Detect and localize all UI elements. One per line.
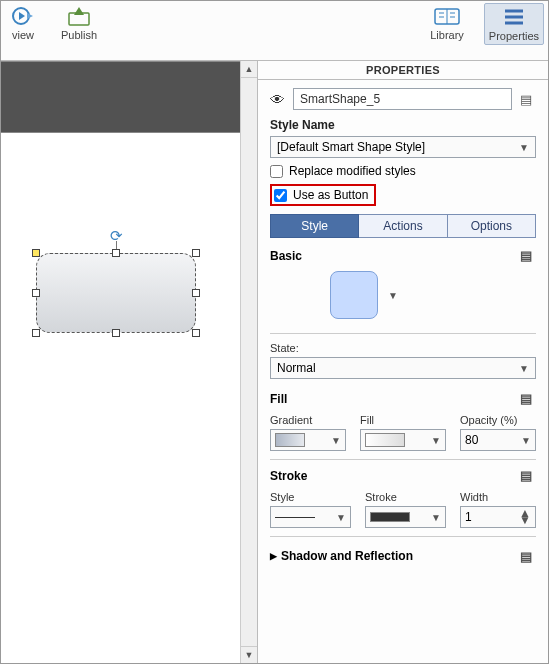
properties-toggle[interactable]: Properties — [484, 3, 544, 45]
scroll-down-icon[interactable]: ▼ — [241, 646, 257, 663]
smartshape-selection[interactable]: ⟳ — [36, 253, 196, 333]
object-menu-icon[interactable]: ▤ — [520, 92, 536, 107]
stroke-width-value: 1 — [465, 510, 472, 524]
separator — [270, 459, 536, 460]
stroke-color-swatch — [370, 512, 410, 522]
stroke-color-dropdown[interactable]: ▼ — [365, 506, 446, 528]
use-as-button-input[interactable] — [274, 189, 287, 202]
chevron-down-icon: ▼ — [336, 512, 346, 523]
preview-button[interactable]: view — [5, 3, 41, 43]
svg-marker-4 — [74, 7, 84, 15]
publish-button[interactable]: Publish — [57, 3, 101, 43]
library-icon — [433, 5, 461, 27]
stroke-style-dropdown[interactable]: ▼ — [270, 506, 351, 528]
object-name-input[interactable] — [293, 88, 512, 110]
ribbon-toolbar: view Publish Library Properties — [1, 1, 548, 61]
handle-bottom-right[interactable] — [192, 329, 200, 337]
use-as-button-highlight: Use as Button — [270, 184, 376, 206]
tab-style[interactable]: Style — [270, 214, 359, 238]
expand-right-icon: ▶ — [270, 551, 277, 561]
stroke-menu-icon[interactable]: ▤ — [520, 468, 536, 483]
handle-top-mid[interactable] — [112, 249, 120, 257]
svg-marker-1 — [19, 12, 25, 20]
line-style-swatch — [275, 517, 315, 518]
shadow-menu-icon[interactable]: ▤ — [520, 549, 536, 564]
chevron-down-icon: ▼ — [519, 142, 529, 153]
spinner-down-icon[interactable]: ▼ — [519, 517, 531, 524]
library-label: Library — [430, 29, 464, 41]
handle-bottom-left[interactable] — [32, 329, 40, 337]
play-icon — [9, 5, 37, 27]
style-name-label: Style Name — [270, 118, 536, 132]
opacity-value: 80 — [465, 433, 478, 447]
tab-actions[interactable]: Actions — [359, 214, 447, 238]
gradient-label: Gradient — [270, 414, 346, 426]
handle-bottom-mid[interactable] — [112, 329, 120, 337]
gradient-swatch — [275, 433, 305, 447]
handle-top-left[interactable] — [32, 249, 40, 257]
rounded-rect-shape[interactable] — [36, 253, 196, 333]
stage-canvas[interactable]: ⟳ — [1, 133, 257, 664]
style-name-value: [Default Smart Shape Style] — [277, 140, 425, 154]
stage-scrollbar[interactable]: ▲ ▼ — [240, 61, 257, 663]
fill-swatch — [365, 433, 405, 447]
handle-right-mid[interactable] — [192, 289, 200, 297]
properties-panel: PROPERTIES 👁 ▤ Style Name [Default Smart… — [258, 61, 548, 663]
fill-section-label: Fill — [270, 392, 287, 406]
library-button[interactable]: Library — [426, 3, 468, 45]
stroke-width-label: Width — [460, 491, 536, 503]
state-label: State: — [270, 342, 536, 354]
fill-menu-icon[interactable]: ▤ — [520, 391, 536, 406]
shadow-reflection-toggle[interactable]: ▶ Shadow and Reflection — [270, 549, 413, 563]
separator — [270, 333, 536, 334]
use-as-button-label: Use as Button — [293, 188, 368, 202]
basic-menu-icon[interactable]: ▤ — [520, 248, 536, 263]
stroke-section-label: Stroke — [270, 469, 307, 483]
stage-background — [1, 61, 257, 133]
replace-modified-label: Replace modified styles — [289, 164, 416, 178]
handle-left-mid[interactable] — [32, 289, 40, 297]
tab-options[interactable]: Options — [448, 214, 536, 238]
replace-modified-input[interactable] — [270, 165, 283, 178]
svg-marker-2 — [27, 13, 33, 19]
state-dropdown[interactable]: Normal ▼ — [270, 357, 536, 379]
hamburger-icon — [500, 6, 528, 28]
separator — [270, 536, 536, 537]
chevron-down-icon: ▼ — [431, 435, 441, 446]
chevron-down-icon: ▼ — [519, 363, 529, 374]
shape-style-swatch[interactable] — [330, 271, 378, 319]
chevron-down-icon: ▼ — [331, 435, 341, 446]
use-as-button-checkbox[interactable]: Use as Button — [274, 188, 368, 202]
handle-top-right[interactable] — [192, 249, 200, 257]
basic-section-label: Basic — [270, 249, 302, 263]
stroke-style-label: Style — [270, 491, 351, 503]
stroke-color-label: Stroke — [365, 491, 446, 503]
replace-modified-checkbox[interactable]: Replace modified styles — [270, 164, 536, 178]
gradient-dropdown[interactable]: ▼ — [270, 429, 346, 451]
fill-label: Fill — [360, 414, 446, 426]
preview-label: view — [12, 29, 34, 41]
fill-dropdown[interactable]: ▼ — [360, 429, 446, 451]
style-name-dropdown[interactable]: [Default Smart Shape Style] ▼ — [270, 136, 536, 158]
stroke-width-spinner[interactable]: 1 ▲ ▼ — [460, 506, 536, 528]
chevron-down-icon: ▼ — [431, 512, 441, 523]
scroll-up-icon[interactable]: ▲ — [241, 61, 257, 78]
properties-label: Properties — [489, 30, 539, 42]
visibility-icon[interactable]: 👁 — [270, 91, 285, 108]
property-tabs: Style Actions Options — [270, 214, 536, 238]
chevron-down-icon: ▼ — [521, 435, 531, 446]
publish-label: Publish — [61, 29, 97, 41]
opacity-label: Opacity (%) — [460, 414, 536, 426]
opacity-dropdown[interactable]: 80 ▼ — [460, 429, 536, 451]
panel-title: PROPERTIES — [258, 61, 548, 80]
shape-style-dropdown-icon[interactable]: ▼ — [388, 290, 398, 301]
stage-area: ⟳ ▲ ▼ — [1, 61, 258, 663]
publish-icon — [65, 5, 93, 27]
state-value: Normal — [277, 361, 316, 375]
shadow-reflection-label: Shadow and Reflection — [281, 549, 413, 563]
